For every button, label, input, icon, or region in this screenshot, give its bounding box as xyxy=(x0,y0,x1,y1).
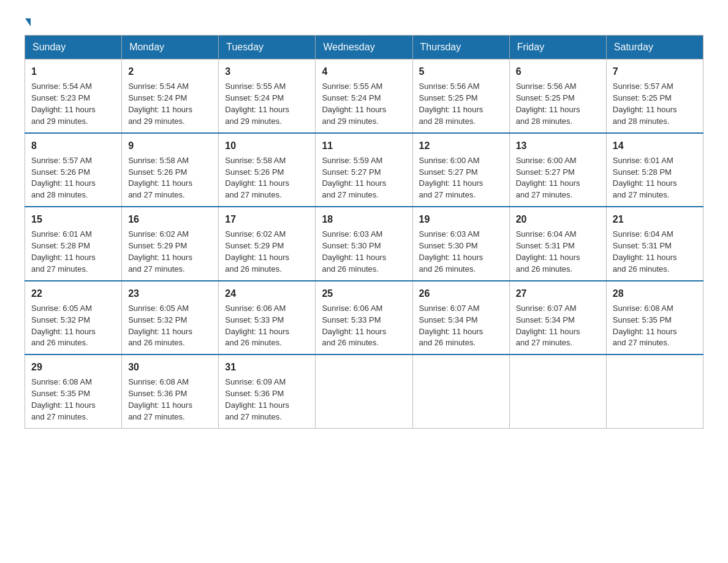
day-number: 3 xyxy=(225,64,309,79)
day-info: Sunrise: 6:02 AMSunset: 5:29 PMDaylight:… xyxy=(225,229,309,275)
day-info: Sunrise: 6:08 AMSunset: 5:35 PMDaylight:… xyxy=(613,303,697,349)
day-info: Sunrise: 5:55 AMSunset: 5:24 PMDaylight:… xyxy=(225,81,309,127)
day-number: 11 xyxy=(322,139,406,153)
calendar-day-cell: 20Sunrise: 6:04 AMSunset: 5:31 PMDayligh… xyxy=(509,207,606,281)
day-number: 22 xyxy=(31,286,115,301)
day-number: 16 xyxy=(128,212,212,226)
day-number: 15 xyxy=(31,212,115,226)
day-number: 8 xyxy=(31,139,115,153)
day-number: 18 xyxy=(322,212,406,226)
calendar-day-cell: 16Sunrise: 6:02 AMSunset: 5:29 PMDayligh… xyxy=(122,207,219,281)
day-info: Sunrise: 6:05 AMSunset: 5:32 PMDaylight:… xyxy=(128,303,212,349)
logo-arrow-icon xyxy=(25,18,31,26)
calendar-day-cell: 22Sunrise: 6:05 AMSunset: 5:32 PMDayligh… xyxy=(25,281,122,355)
day-number: 9 xyxy=(128,139,212,153)
day-number: 25 xyxy=(322,286,406,301)
calendar-day-cell: 19Sunrise: 6:03 AMSunset: 5:30 PMDayligh… xyxy=(412,207,509,281)
day-number: 10 xyxy=(225,139,309,153)
day-info: Sunrise: 6:00 AMSunset: 5:27 PMDaylight:… xyxy=(516,155,600,201)
calendar-day-cell: 14Sunrise: 6:01 AMSunset: 5:28 PMDayligh… xyxy=(606,133,703,207)
day-info: Sunrise: 5:55 AMSunset: 5:24 PMDaylight:… xyxy=(322,81,406,127)
calendar-day-cell: 10Sunrise: 5:58 AMSunset: 5:26 PMDayligh… xyxy=(219,133,316,207)
day-info: Sunrise: 5:57 AMSunset: 5:26 PMDaylight:… xyxy=(31,155,115,201)
day-number: 14 xyxy=(613,139,697,153)
page-header xyxy=(25,18,703,24)
day-number: 31 xyxy=(225,360,309,374)
day-number: 28 xyxy=(613,286,697,301)
calendar-day-cell: 7Sunrise: 5:57 AMSunset: 5:25 PMDaylight… xyxy=(606,59,703,133)
weekday-header-saturday: Saturday xyxy=(606,36,703,59)
calendar-week-row: 15Sunrise: 6:01 AMSunset: 5:28 PMDayligh… xyxy=(25,207,703,281)
day-info: Sunrise: 5:58 AMSunset: 5:26 PMDaylight:… xyxy=(225,155,309,201)
day-info: Sunrise: 5:59 AMSunset: 5:27 PMDaylight:… xyxy=(322,155,406,201)
weekday-header-friday: Friday xyxy=(509,36,606,59)
calendar-table: SundayMondayTuesdayWednesdayThursdayFrid… xyxy=(25,35,703,429)
day-info: Sunrise: 6:07 AMSunset: 5:34 PMDaylight:… xyxy=(516,303,600,349)
day-info: Sunrise: 6:04 AMSunset: 5:31 PMDaylight:… xyxy=(516,229,600,275)
day-number: 27 xyxy=(516,286,600,301)
logo xyxy=(25,18,31,24)
calendar-day-cell xyxy=(412,354,509,428)
weekday-header-sunday: Sunday xyxy=(25,36,122,59)
day-number: 12 xyxy=(419,139,503,153)
day-info: Sunrise: 5:54 AMSunset: 5:24 PMDaylight:… xyxy=(128,81,212,127)
day-number: 7 xyxy=(613,64,697,79)
day-info: Sunrise: 6:00 AMSunset: 5:27 PMDaylight:… xyxy=(419,155,503,201)
day-info: Sunrise: 6:06 AMSunset: 5:33 PMDaylight:… xyxy=(322,303,406,349)
day-number: 17 xyxy=(225,212,309,226)
day-info: Sunrise: 6:09 AMSunset: 5:36 PMDaylight:… xyxy=(225,377,309,423)
day-info: Sunrise: 6:02 AMSunset: 5:29 PMDaylight:… xyxy=(128,229,212,275)
calendar-day-cell xyxy=(509,354,606,428)
calendar-week-row: 1Sunrise: 5:54 AMSunset: 5:23 PMDaylight… xyxy=(25,59,703,133)
calendar-day-cell: 28Sunrise: 6:08 AMSunset: 5:35 PMDayligh… xyxy=(606,281,703,355)
weekday-header-row: SundayMondayTuesdayWednesdayThursdayFrid… xyxy=(25,36,703,59)
day-number: 29 xyxy=(31,360,115,374)
day-info: Sunrise: 5:57 AMSunset: 5:25 PMDaylight:… xyxy=(613,81,697,127)
day-info: Sunrise: 6:03 AMSunset: 5:30 PMDaylight:… xyxy=(419,229,503,275)
calendar-day-cell: 29Sunrise: 6:08 AMSunset: 5:35 PMDayligh… xyxy=(25,354,122,428)
logo-line1 xyxy=(25,18,31,26)
day-info: Sunrise: 6:01 AMSunset: 5:28 PMDaylight:… xyxy=(31,229,115,275)
calendar-day-cell: 24Sunrise: 6:06 AMSunset: 5:33 PMDayligh… xyxy=(219,281,316,355)
calendar-day-cell: 2Sunrise: 5:54 AMSunset: 5:24 PMDaylight… xyxy=(122,59,219,133)
day-number: 19 xyxy=(419,212,503,226)
calendar-day-cell: 12Sunrise: 6:00 AMSunset: 5:27 PMDayligh… xyxy=(412,133,509,207)
day-number: 21 xyxy=(613,212,697,226)
day-info: Sunrise: 6:05 AMSunset: 5:32 PMDaylight:… xyxy=(31,303,115,349)
day-info: Sunrise: 5:56 AMSunset: 5:25 PMDaylight:… xyxy=(419,81,503,127)
calendar-day-cell: 23Sunrise: 6:05 AMSunset: 5:32 PMDayligh… xyxy=(122,281,219,355)
calendar-day-cell: 27Sunrise: 6:07 AMSunset: 5:34 PMDayligh… xyxy=(509,281,606,355)
day-number: 13 xyxy=(516,139,600,153)
day-number: 6 xyxy=(516,64,600,79)
day-number: 5 xyxy=(419,64,503,79)
calendar-day-cell: 5Sunrise: 5:56 AMSunset: 5:25 PMDaylight… xyxy=(412,59,509,133)
calendar-week-row: 8Sunrise: 5:57 AMSunset: 5:26 PMDaylight… xyxy=(25,133,703,207)
calendar-day-cell: 4Sunrise: 5:55 AMSunset: 5:24 PMDaylight… xyxy=(316,59,412,133)
calendar-day-cell: 11Sunrise: 5:59 AMSunset: 5:27 PMDayligh… xyxy=(316,133,412,207)
day-info: Sunrise: 5:58 AMSunset: 5:26 PMDaylight:… xyxy=(128,155,212,201)
day-info: Sunrise: 6:07 AMSunset: 5:34 PMDaylight:… xyxy=(419,303,503,349)
weekday-header-monday: Monday xyxy=(122,36,219,59)
weekday-header-thursday: Thursday xyxy=(412,36,509,59)
day-info: Sunrise: 5:54 AMSunset: 5:23 PMDaylight:… xyxy=(31,81,115,127)
weekday-header-wednesday: Wednesday xyxy=(316,36,412,59)
calendar-day-cell: 15Sunrise: 6:01 AMSunset: 5:28 PMDayligh… xyxy=(25,207,122,281)
calendar-day-cell xyxy=(606,354,703,428)
day-number: 4 xyxy=(322,64,406,79)
calendar-day-cell: 25Sunrise: 6:06 AMSunset: 5:33 PMDayligh… xyxy=(316,281,412,355)
calendar-day-cell: 18Sunrise: 6:03 AMSunset: 5:30 PMDayligh… xyxy=(316,207,412,281)
day-info: Sunrise: 6:06 AMSunset: 5:33 PMDaylight:… xyxy=(225,303,309,349)
day-info: Sunrise: 6:04 AMSunset: 5:31 PMDaylight:… xyxy=(613,229,697,275)
day-number: 1 xyxy=(31,64,115,79)
day-info: Sunrise: 6:08 AMSunset: 5:36 PMDaylight:… xyxy=(128,377,212,423)
day-number: 20 xyxy=(516,212,600,226)
calendar-day-cell: 31Sunrise: 6:09 AMSunset: 5:36 PMDayligh… xyxy=(219,354,316,428)
calendar-day-cell: 21Sunrise: 6:04 AMSunset: 5:31 PMDayligh… xyxy=(606,207,703,281)
calendar-day-cell: 30Sunrise: 6:08 AMSunset: 5:36 PMDayligh… xyxy=(122,354,219,428)
day-info: Sunrise: 6:03 AMSunset: 5:30 PMDaylight:… xyxy=(322,229,406,275)
calendar-day-cell: 8Sunrise: 5:57 AMSunset: 5:26 PMDaylight… xyxy=(25,133,122,207)
day-number: 26 xyxy=(419,286,503,301)
calendar-day-cell: 6Sunrise: 5:56 AMSunset: 5:25 PMDaylight… xyxy=(509,59,606,133)
day-number: 24 xyxy=(225,286,309,301)
day-number: 23 xyxy=(128,286,212,301)
